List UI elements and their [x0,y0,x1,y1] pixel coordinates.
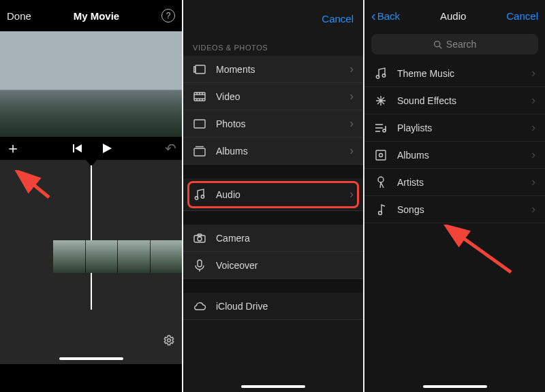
playhead-line [91,165,92,310]
chevron-right-icon: › [349,116,354,131]
chevron-right-icon: › [349,62,354,76]
timeline-clips[interactable] [53,240,182,273]
home-indicator [59,357,123,360]
video-preview[interactable] [0,31,182,137]
album-icon [374,148,388,162]
cancel-button[interactable]: Cancel [322,13,354,24]
row-sound-effects[interactable]: Sound Effects › [364,87,545,114]
media-picker-topbar: Cancel [183,0,363,37]
project-title: My Movie [74,10,120,22]
row-albums[interactable]: Albums › [183,137,363,165]
svg-point-37 [378,177,384,182]
cancel-button[interactable]: Cancel [506,10,538,22]
player-controls: ＋ ↶ [0,137,182,160]
videos-photos-list: Moments › Video › Photos › Albums › [183,56,363,165]
video-icon [193,90,206,103]
row-artists[interactable]: Artists › [364,169,545,196]
play-icon[interactable] [102,143,112,154]
clip[interactable] [85,240,118,273]
svg-point-26 [434,41,439,46]
clip[interactable] [53,240,85,273]
search-placeholder: Search [446,39,476,50]
row-label: Playlists [397,122,531,133]
row-label: Theme Music [397,68,531,79]
microphone-icon [193,259,206,272]
help-icon[interactable]: ? [161,9,175,22]
screen-title: Audio [440,10,466,22]
svg-rect-18 [194,148,205,156]
chevron-right-icon: › [349,187,354,201]
search-input[interactable]: Search [371,34,538,54]
svg-marker-2 [103,144,112,153]
camera-icon [193,231,206,245]
chevron-right-icon: › [531,148,535,162]
music-note-icon [193,188,206,201]
moments-icon [193,63,206,76]
svg-point-29 [382,74,385,76]
row-songs[interactable]: Songs › [364,196,545,223]
prev-icon[interactable] [73,144,82,153]
row-camera[interactable]: Camera [183,225,363,252]
row-label: Photos [216,118,349,129]
chevron-right-icon: › [531,202,535,216]
row-photos[interactable]: Photos › [183,110,363,137]
svg-marker-1 [75,144,82,152]
row-video[interactable]: Video › [183,83,363,110]
svg-point-3 [168,339,171,342]
row-label: Sound Effects [397,95,531,106]
microphone-icon [374,176,388,189]
row-label: Audio [216,189,349,200]
svg-point-28 [376,75,379,78]
svg-point-23 [198,237,202,241]
clip[interactable] [117,240,150,273]
row-audio[interactable]: Audio › [183,178,363,211]
svg-rect-7 [194,67,196,72]
row-label: Songs [397,204,531,215]
audio-topbar: ‹ Back Audio Cancel [364,0,545,31]
albums-icon [193,144,206,158]
chevron-right-icon: › [531,93,535,108]
row-label: Voiceover [216,260,354,271]
editor-topbar: Done My Movie ? [0,0,182,31]
clip[interactable] [150,240,183,273]
cloud-icon [193,299,206,313]
back-label: Back [377,10,400,22]
timeline[interactable] [0,160,182,364]
row-playlists[interactable]: Playlists › [364,114,545,142]
svg-rect-35 [376,150,386,160]
back-button[interactable]: ‹ Back [371,8,400,24]
home-indicator [241,385,305,388]
row-label: Artists [397,177,531,188]
row-moments[interactable]: Moments › [183,56,363,83]
undo-icon[interactable]: ↶ [165,140,176,157]
audio-categories-list: Theme Music › Sound Effects › Playlists … [364,60,545,223]
svg-point-20 [195,196,198,199]
row-label: iCloud Drive [216,301,354,312]
chevron-left-icon: ‹ [371,8,376,24]
chevron-right-icon: › [531,175,535,189]
playlist-icon [374,121,388,135]
row-theme-music[interactable]: Theme Music › [364,60,545,87]
sparkle-icon [374,94,388,108]
gear-icon[interactable] [163,337,175,348]
chevron-right-icon: › [531,120,535,135]
row-label: Moments [216,64,349,75]
audio-library-panel: ‹ Back Audio Cancel Search Theme Music ›… [363,0,545,392]
plus-icon[interactable]: ＋ [5,138,20,159]
media-picker-panel: Cancel VIDEOS & PHOTOS Moments › Video ›… [182,0,363,392]
row-icloud-drive[interactable]: iCloud Drive [183,293,363,320]
photos-icon [193,117,206,131]
editor-panel: Done My Movie ? ＋ ↶ [0,0,182,392]
svg-line-27 [439,46,441,48]
svg-point-21 [201,195,204,197]
svg-rect-0 [73,144,74,152]
song-note-icon [374,203,388,216]
svg-rect-17 [194,120,205,128]
chevron-right-icon: › [349,89,354,103]
chevron-right-icon: › [349,144,354,158]
row-label: Video [216,91,349,102]
done-button[interactable]: Done [7,10,31,22]
row-voiceover[interactable]: Voiceover [183,252,363,279]
chevron-right-icon: › [531,66,535,80]
row-albums[interactable]: Albums › [364,142,545,169]
